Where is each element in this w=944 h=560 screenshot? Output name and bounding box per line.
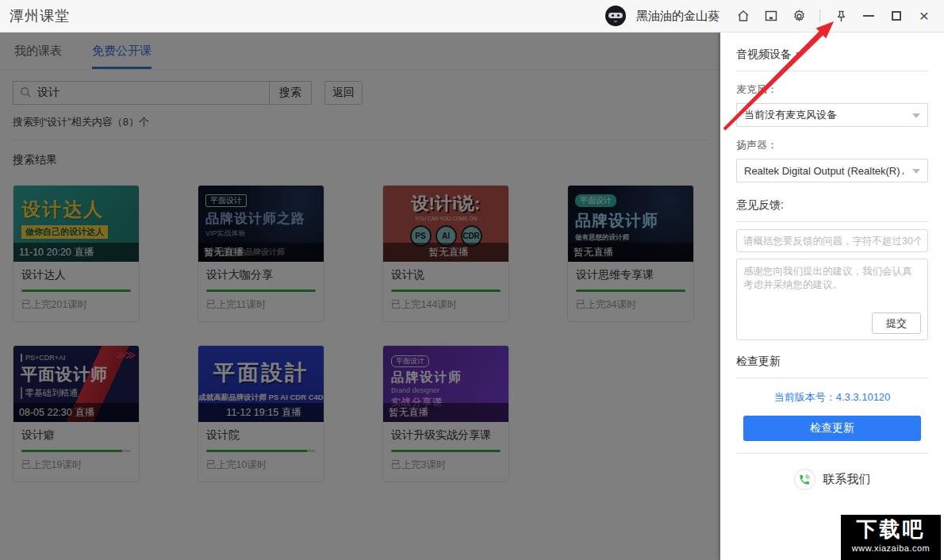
divider (736, 221, 928, 222)
modal-dim-overlay[interactable] (0, 33, 720, 560)
home-icon[interactable] (735, 7, 752, 25)
speaker-select[interactable]: Realtek Digital Output (Realtek(R) Au (736, 159, 928, 182)
feedback-detail-box: 提交 (736, 259, 928, 340)
check-update-button[interactable]: 检查更新 (743, 416, 921, 441)
submit-button[interactable]: 提交 (872, 313, 921, 334)
chevron-down-icon (912, 113, 920, 118)
current-version: 当前版本号：4.3.3.10120 (736, 390, 928, 405)
feedback-subject-input[interactable] (736, 229, 928, 252)
contact-us[interactable]: 联系我们 (736, 469, 928, 490)
settings-gear-icon[interactable] (790, 7, 808, 25)
close-button[interactable]: × (915, 7, 933, 25)
mini-mode-icon[interactable] (762, 7, 780, 25)
check-update-heading: 检查更新 (736, 355, 928, 369)
pin-icon[interactable] (832, 7, 850, 25)
microphone-select[interactable]: 当前没有麦克风设备 (736, 103, 928, 127)
app-title: 潭州课堂 (10, 6, 70, 25)
maximize-button[interactable] (888, 7, 905, 25)
settings-panel: 音视频设备： 麦克风： 当前没有麦克风设备 扬声器： Realtek Digit… (720, 33, 944, 560)
divider (736, 71, 928, 71)
speaker-label: 扬声器： (736, 138, 928, 152)
minimize-button[interactable] (860, 7, 877, 25)
divider (736, 378, 928, 378)
feedback-detail-textarea[interactable] (737, 259, 927, 309)
microphone-label: 麦克风： (736, 82, 928, 97)
xiazaiba-watermark: 下载吧 www.xiazaiba.com (841, 515, 941, 560)
username: 黑油油的金山葵 (636, 9, 720, 24)
phone-icon (794, 469, 815, 490)
divider (736, 453, 928, 454)
watermark-title: 下载吧 (841, 515, 941, 543)
av-devices-heading: 音视频设备： (736, 48, 928, 62)
user-avatar[interactable] (605, 6, 626, 26)
titlebar-separator (819, 10, 820, 22)
feedback-heading: 意见反馈: (736, 198, 928, 213)
watermark-url: www.xiazaiba.com (841, 543, 941, 553)
title-bar: 潭州课堂 黑油油的金山葵 × (0, 0, 944, 33)
avatar-face (608, 13, 623, 18)
chevron-down-icon (912, 169, 920, 174)
